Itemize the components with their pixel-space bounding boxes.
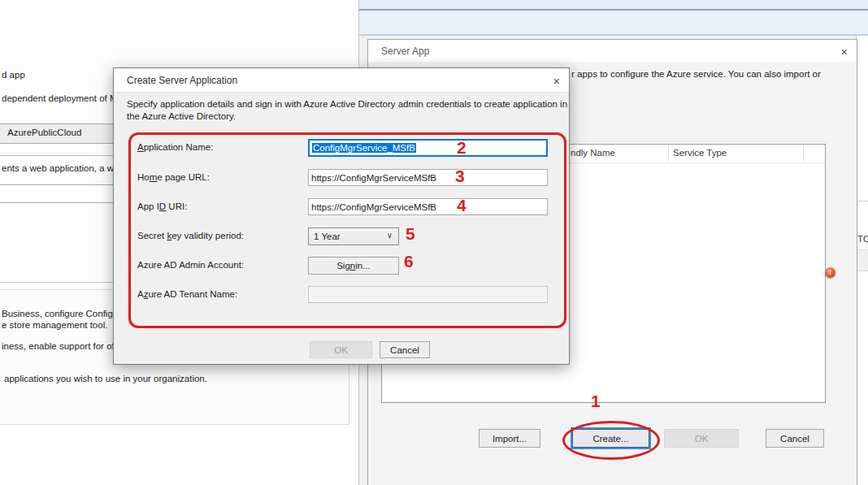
background-row-band xyxy=(857,249,868,271)
column-service-type[interactable]: Service Type xyxy=(673,148,727,158)
column-friendly-name[interactable]: ndly Name xyxy=(571,148,615,158)
fragment-web-app-text: ents a web application, a we xyxy=(2,163,119,173)
close-icon[interactable]: × xyxy=(553,75,560,87)
close-icon[interactable]: × xyxy=(840,45,848,58)
ok-button[interactable]: OK xyxy=(310,341,372,358)
fragment-business-text: Business, configure Configur xyxy=(2,309,121,318)
server-app-titlebar xyxy=(368,40,857,62)
background-window-band xyxy=(358,0,868,9)
azure-ad-tenant-name-input xyxy=(308,286,548,303)
fragment-deployment-text: dependent deployment of M xyxy=(2,93,118,103)
warning-icon: ! xyxy=(825,267,835,278)
annotation-number-6: 6 xyxy=(404,253,414,270)
annotation-number-1: 1 xyxy=(591,392,601,409)
annotation-number-2: 2 xyxy=(457,139,467,156)
ok-button[interactable]: OK xyxy=(664,429,739,448)
fragment-offline-text: iness, enable support for offli xyxy=(2,341,121,351)
application-name-input[interactable]: ConfigMgrService_MSfB xyxy=(308,139,548,157)
sign-in-button[interactable]: Sign in... xyxy=(308,257,399,275)
server-app-description-fragment: r apps to configure the Azure service. Y… xyxy=(571,69,821,79)
background-window-band xyxy=(358,11,868,34)
cancel-button[interactable]: Cancel xyxy=(766,429,824,448)
create-dialog-description-line1: Specify application details and sign in … xyxy=(127,99,567,109)
fragment-organization-text: applications you wish to use in your org… xyxy=(4,374,207,383)
cloud-environment-dropdown[interactable]: AzurePublicCloud xyxy=(0,123,120,144)
annotation-number-5: 5 xyxy=(406,225,415,242)
azure-ad-admin-account-label: Azure AD Admin Account: xyxy=(137,260,244,270)
app-id-uri-label: App ID URI: xyxy=(137,201,187,211)
secret-key-validity-value: 1 Year xyxy=(314,232,341,241)
column-separator[interactable] xyxy=(668,145,669,162)
annotation-number-3: 3 xyxy=(455,167,465,184)
cancel-button[interactable]: Cancel xyxy=(380,341,430,358)
background-divider xyxy=(0,155,119,156)
secret-key-validity-dropdown[interactable]: 1 Year ∨ xyxy=(308,227,399,245)
create-dialog-description-line2: the Azure Active Directory. xyxy=(127,111,236,121)
utc-fragment: TC) xyxy=(857,234,868,244)
background-hline xyxy=(857,201,868,201)
chevron-down-icon: ∨ xyxy=(387,231,393,240)
application-name-value: ConfigMgrService_MSfB xyxy=(312,143,416,153)
background-input-field[interactable] xyxy=(0,184,120,203)
home-page-url-value: https://ConfigMgrServiceMSfB xyxy=(311,173,436,183)
create-dialog-title: Create Server Application xyxy=(127,75,237,86)
application-name-label: Application Name: xyxy=(137,142,213,152)
secret-key-validity-label: Secret key validity period: xyxy=(137,231,244,240)
column-separator[interactable] xyxy=(803,145,804,162)
app-id-uri-value: https://ConfigMgrServiceMSfB xyxy=(311,202,436,212)
app-id-uri-input[interactable]: https://ConfigMgrServiceMSfB xyxy=(308,198,548,215)
home-page-url-label: Home page URL: xyxy=(137,172,210,182)
azure-ad-tenant-name-label: Azure AD Tenant Name: xyxy=(137,289,237,299)
server-app-title: Server App xyxy=(381,45,429,57)
fragment-store-tool-text: e store management tool. xyxy=(2,320,107,330)
home-page-url-input[interactable]: https://ConfigMgrServiceMSfB xyxy=(308,169,548,186)
create-server-application-dialog: Create Server Application × Specify appl… xyxy=(113,67,570,365)
import-button[interactable]: Import... xyxy=(479,429,540,448)
fragment-app-text: d app xyxy=(2,70,25,80)
background-window-right-edge: TC) xyxy=(856,36,868,485)
cloud-environment-value: AzurePublicCloud xyxy=(7,128,81,137)
create-button[interactable]: Create... xyxy=(571,427,651,449)
background-divider xyxy=(0,282,119,283)
screenshot-root: TC) d app dependent deployment of M Azur… xyxy=(0,0,868,485)
annotation-number-4: 4 xyxy=(457,197,467,214)
